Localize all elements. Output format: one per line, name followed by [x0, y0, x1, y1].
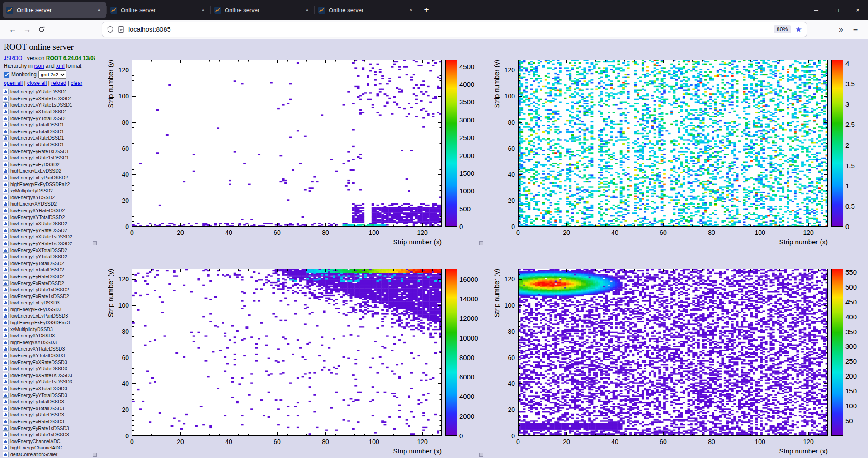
tree-item[interactable]: deltaCorrelationScaler — [3, 451, 95, 458]
tree-item[interactable]: lowEnergyExRate1sDSSD1 — [3, 154, 95, 161]
tree-item[interactable]: lowEnergyEyYRate1sDSSD2 — [3, 240, 95, 247]
tree-item[interactable]: lowEnergyEyYTotalDSSD1 — [3, 115, 95, 122]
tree-item[interactable]: lowEnergyEyYRateDSSD1 — [3, 89, 95, 95]
overflow-menu-button[interactable]: » — [834, 23, 848, 36]
url-bar[interactable]: localhost:8085 80% ★ — [102, 22, 807, 37]
tree-item[interactable]: highEnergyExEyDSSDPair3 — [3, 319, 95, 326]
app-menu-button[interactable]: ≡ — [848, 23, 863, 36]
color-scale-bar[interactable] — [445, 60, 457, 227]
tree-item[interactable]: lowEnergyEyRateDSSD2 — [3, 273, 95, 280]
heatmap-canvas[interactable] — [132, 269, 442, 436]
tree-item[interactable]: lowEnergyExRate1sDSSD2 — [3, 293, 95, 299]
browser-tab[interactable]: Online server× — [107, 2, 210, 18]
tree-item[interactable]: lowEnergyXYRateDSSD3 — [3, 346, 95, 352]
tab-close-icon[interactable]: × — [95, 6, 103, 14]
window-close-button[interactable]: × — [847, 0, 868, 20]
heatmap-canvas[interactable] — [518, 269, 828, 436]
splitter-handle[interactable] — [479, 241, 483, 245]
tab-close-icon[interactable]: × — [199, 6, 207, 14]
tree-item[interactable]: highEnergyXYDSSD3 — [3, 339, 95, 346]
bookmark-star-icon[interactable]: ★ — [795, 25, 802, 34]
browser-tab[interactable]: Online server× — [3, 2, 106, 18]
maximize-button[interactable]: □ — [826, 0, 847, 20]
page-info-icon[interactable] — [118, 26, 124, 33]
tree-item[interactable]: lowEnergyEyYTotalDSSD2 — [3, 253, 95, 260]
tree-item[interactable]: lowEnergyXYDSSD3 — [3, 332, 95, 339]
jsroot-link[interactable]: JSROOT — [4, 55, 25, 61]
tree-item[interactable]: lowEnergyExXRateDSSD3 — [3, 359, 95, 365]
tree-item[interactable]: lowEnergyEyTotalDSSD3 — [3, 398, 95, 405]
tree-item[interactable]: lowEnergyXYDSSD2 — [3, 194, 95, 201]
tree-item[interactable]: xyMultiplicityDSSD2 — [3, 187, 95, 194]
monitoring-checkbox[interactable] — [4, 72, 9, 78]
tree-item[interactable]: highEnergyExEyDSSDPair2 — [3, 181, 95, 187]
tree-item[interactable]: lowEnergyExXRateDSSD2 — [3, 220, 95, 227]
tree-item[interactable]: lowEnergyEyRate1sDSSD2 — [3, 286, 95, 293]
tree-item[interactable]: lowEnergyExRateDSSD2 — [3, 280, 95, 286]
forward-button[interactable]: → — [20, 23, 34, 36]
tree-item[interactable]: lowEnergyEyYRate1sDSSD1 — [3, 102, 95, 108]
tree-item[interactable]: lowEnergyExXRate1sDSSD3 — [3, 372, 95, 379]
splitter-handle[interactable] — [479, 453, 483, 457]
zoom-level-badge[interactable]: 80% — [774, 25, 791, 33]
tree-item[interactable]: lowEnergyEyYTotalDSSD3 — [3, 392, 95, 398]
tree-item[interactable]: lowEnergyEyRate1sDSSD1 — [3, 148, 95, 154]
tree-item[interactable]: lowEnergyExRateDSSD3 — [3, 418, 95, 425]
tree-item[interactable]: lowEnergyExTotalDSSD1 — [3, 128, 95, 135]
tree-item[interactable]: xyMultiplicityDSSD3 — [3, 326, 95, 332]
back-button[interactable]: ← — [5, 23, 20, 36]
tree-item[interactable]: lowEnergyExTotalDSSD2 — [3, 266, 95, 273]
browser-tab[interactable]: Online server× — [211, 2, 314, 18]
minimize-button[interactable]: ─ — [806, 0, 826, 20]
tree-item[interactable]: lowEnergyEyTotalDSSD2 — [3, 260, 95, 266]
clear-link[interactable]: clear — [71, 80, 82, 86]
tree-item[interactable]: lowEnergyXYTotalDSSD2 — [3, 214, 95, 220]
close-all-link[interactable]: close all — [27, 80, 47, 86]
tree-item[interactable]: lowEnergyExEyDSSD3 — [3, 299, 95, 306]
color-scale-bar[interactable] — [445, 269, 457, 436]
tree-item[interactable]: highEnergyExEyDSSD3 — [3, 306, 95, 313]
tree-item[interactable]: lowEnergyExEyDSSD2 — [3, 161, 95, 168]
color-scale-bar[interactable] — [831, 269, 843, 436]
tree-item[interactable]: lowEnergyXYTotalDSSD3 — [3, 352, 95, 359]
tree-item[interactable]: lowEnergyEyRateDSSD1 — [3, 135, 95, 141]
heatmap-canvas[interactable] — [518, 60, 828, 227]
tree-item[interactable]: highEnergyExEyDSSD2 — [3, 168, 95, 174]
tree-item[interactable]: lowEnergyEyTotalDSSD1 — [3, 122, 95, 128]
json-format-link[interactable]: json — [34, 63, 44, 69]
tree-item[interactable]: lowEnergyExXRate1sDSSD1 — [3, 95, 95, 102]
tree-item[interactable]: lowEnergyExEyPairDSSD2 — [3, 174, 95, 181]
tree-item[interactable]: lowEnergyEyYRateDSSD2 — [3, 227, 95, 234]
xml-format-link[interactable]: xml — [56, 63, 65, 69]
reload-link[interactable]: reload — [51, 80, 66, 86]
tree-item[interactable]: lowEnergyEyRateDSSD3 — [3, 411, 95, 418]
tree-item[interactable]: lowEnergyChannelADC — [3, 438, 95, 444]
reload-button[interactable] — [34, 23, 49, 36]
splitter-handle[interactable] — [93, 453, 97, 457]
splitter-handle[interactable] — [93, 241, 97, 245]
layout-select[interactable]: grid 2x2 — [38, 70, 66, 79]
tab-close-icon[interactable]: × — [407, 6, 415, 14]
tree-item[interactable]: lowEnergyEyRate1sDSSD3 — [3, 425, 95, 431]
heatmap-canvas[interactable] — [132, 60, 442, 227]
tree-item[interactable]: lowEnergyEyYRateDSSD3 — [3, 365, 95, 372]
tree-item[interactable]: lowEnergyExTotalDSSD3 — [3, 405, 95, 412]
tree-item[interactable]: lowEnergyExXTotalDSSD3 — [3, 385, 95, 392]
tree-item[interactable]: lowEnergyExXRate1sDSSD2 — [3, 234, 95, 240]
tree-item[interactable]: lowEnergyExXTotalDSSD2 — [3, 247, 95, 253]
new-tab-button[interactable]: + — [419, 3, 434, 17]
tab-close-icon[interactable]: × — [303, 6, 311, 14]
open-all-link[interactable]: open all — [4, 80, 23, 86]
url-text[interactable]: localhost:8085 — [128, 26, 171, 33]
tree-item[interactable]: lowEnergyExXTotalDSSD1 — [3, 108, 95, 115]
tree-item[interactable]: lowEnergyEyYRate1sDSSD3 — [3, 379, 95, 385]
tree-item[interactable]: lowEnergyExRateDSSD1 — [3, 141, 95, 148]
shield-icon[interactable] — [107, 26, 114, 33]
tree-item[interactable]: lowEnergyExEyPairDSSD3 — [3, 313, 95, 319]
color-scale-bar[interactable] — [831, 60, 843, 227]
tree-item[interactable]: highEnergyChannelADC — [3, 444, 95, 451]
browser-tab[interactable]: Online server× — [315, 2, 418, 18]
tree-item[interactable]: lowEnergyXYRateDSSD2 — [3, 207, 95, 214]
tree-item[interactable]: highEnergyXYDSSD2 — [3, 201, 95, 207]
tree-item[interactable]: lowEnergyExRate1sDSSD3 — [3, 431, 95, 438]
